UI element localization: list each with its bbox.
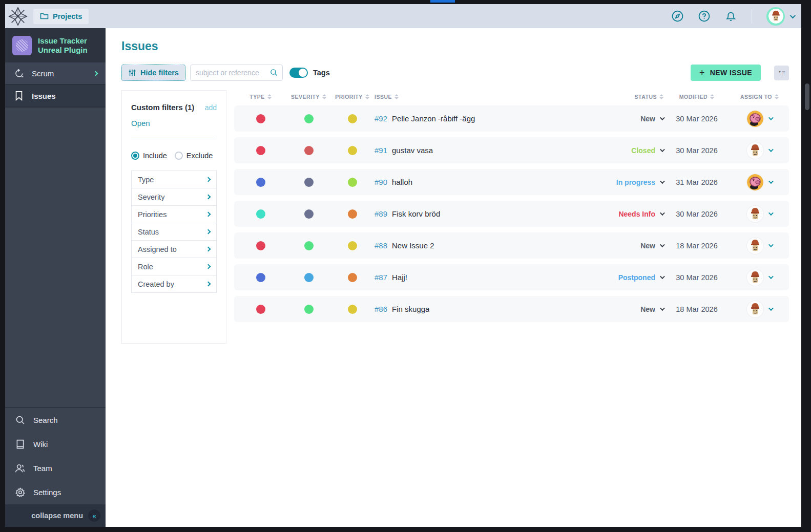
assignee-avatar[interactable] <box>747 269 763 286</box>
column-header-priority[interactable]: PRIORITY <box>330 94 374 100</box>
help-icon[interactable] <box>697 10 711 23</box>
severity-dot[interactable] <box>304 273 314 282</box>
collapse-menu-button[interactable]: collapse menu « <box>5 504 106 527</box>
include-label[interactable]: Include <box>143 152 167 160</box>
assignee-avatar[interactable] <box>747 142 763 159</box>
priority-dot[interactable] <box>348 146 357 155</box>
search-icon[interactable] <box>269 68 278 79</box>
filter-category-status[interactable]: Status <box>131 223 217 241</box>
issue-subject[interactable]: Fisk korv bröd <box>392 209 440 218</box>
assign-dropdown[interactable] <box>730 174 789 190</box>
saved-filter-open[interactable]: Open <box>131 119 217 127</box>
assign-dropdown[interactable] <box>730 111 789 127</box>
scrollbar-thumb[interactable] <box>805 83 809 110</box>
projects-button[interactable]: Projects <box>33 9 89 24</box>
priority-dot[interactable] <box>348 305 357 314</box>
assignee-avatar[interactable] <box>747 301 763 317</box>
issue-subject[interactable]: New Issue 2 <box>392 241 434 250</box>
issue-ref[interactable]: #86 <box>375 305 387 313</box>
assignee-avatar[interactable] <box>747 206 763 222</box>
column-header-issue[interactable]: ISSUE <box>374 94 587 100</box>
issue-subject[interactable]: halloh <box>392 178 412 186</box>
filter-category-priorities[interactable]: Priorities <box>131 205 217 223</box>
filter-category-created-by[interactable]: Created by <box>131 275 217 293</box>
assignee-avatar[interactable] <box>747 238 763 254</box>
severity-dot[interactable] <box>304 209 314 219</box>
assign-dropdown[interactable] <box>730 206 789 222</box>
issue-ref[interactable]: #90 <box>375 178 387 186</box>
priority-dot[interactable] <box>348 178 357 187</box>
status-dropdown[interactable]: New <box>587 242 663 250</box>
sidebar-item-wiki[interactable]: Wiki <box>5 432 106 456</box>
new-issue-button[interactable]: + NEW ISSUE <box>691 65 761 81</box>
priority-dot[interactable] <box>348 241 357 250</box>
issue-ref[interactable]: #87 <box>375 273 387 282</box>
hide-filters-button[interactable]: Hide filters <box>121 65 185 81</box>
assignee-avatar[interactable] <box>747 111 763 127</box>
issue-ref[interactable]: #92 <box>375 114 387 123</box>
type-dot[interactable] <box>256 114 265 123</box>
tags-toggle[interactable] <box>289 68 308 78</box>
type-dot[interactable] <box>256 178 265 187</box>
type-dot[interactable] <box>256 209 265 219</box>
assign-dropdown[interactable] <box>730 269 789 286</box>
type-dot[interactable] <box>256 305 265 314</box>
issue-ref[interactable]: #89 <box>375 209 387 218</box>
taiga-logo-icon[interactable] <box>8 6 28 27</box>
add-filter-link[interactable]: add <box>205 103 217 112</box>
column-header-status[interactable]: STATUS <box>587 94 663 100</box>
priority-dot[interactable] <box>348 114 357 123</box>
exclude-label[interactable]: Exclude <box>186 152 213 160</box>
status-dropdown[interactable]: Postponed <box>587 273 663 282</box>
assignee-avatar[interactable] <box>747 174 763 190</box>
sidebar-item-search[interactable]: Search <box>5 408 106 432</box>
chevron-down-icon <box>768 147 774 152</box>
column-header-assign-to[interactable]: ASSIGN TO <box>730 94 789 100</box>
filter-category-role[interactable]: Role <box>131 258 217 275</box>
bulk-add-button[interactable]: ⁺≡ <box>774 66 789 80</box>
column-header-modified[interactable]: MODIFIED <box>663 94 730 100</box>
priority-dot[interactable] <box>348 209 357 219</box>
user-avatar[interactable] <box>766 7 785 26</box>
filter-category-assigned-to[interactable]: Assigned to <box>131 240 217 258</box>
severity-dot[interactable] <box>304 241 314 250</box>
severity-dot[interactable] <box>304 146 314 155</box>
sidebar-item-settings[interactable]: Settings <box>5 480 106 504</box>
include-radio[interactable] <box>131 152 139 160</box>
assign-dropdown[interactable] <box>730 142 789 159</box>
notifications-icon[interactable] <box>724 10 737 23</box>
severity-dot[interactable] <box>304 114 314 123</box>
priority-dot[interactable] <box>348 273 357 282</box>
issue-subject[interactable]: gustav vasa <box>392 146 433 155</box>
column-header-severity[interactable]: SEVERITY <box>287 94 330 100</box>
status-dropdown[interactable]: Needs Info <box>587 210 663 218</box>
assign-dropdown[interactable] <box>730 238 789 254</box>
severity-dot[interactable] <box>304 305 314 314</box>
status-dropdown[interactable]: New <box>587 115 663 123</box>
filter-category-severity[interactable]: Severity <box>131 188 217 206</box>
user-menu[interactable] <box>766 7 794 26</box>
exclude-radio[interactable] <box>175 152 183 160</box>
column-header-type[interactable]: TYPE <box>234 94 287 100</box>
people-icon <box>14 463 26 474</box>
status-dropdown[interactable]: In progress <box>587 178 663 186</box>
compass-icon[interactable] <box>671 10 684 23</box>
issue-subject[interactable]: Fin skugga <box>392 305 429 313</box>
issue-ref[interactable]: #91 <box>375 146 387 155</box>
type-dot[interactable] <box>256 146 265 155</box>
severity-dot[interactable] <box>304 178 314 187</box>
project-header[interactable]: Issue Tracker Unreal Plugin <box>5 28 106 62</box>
issue-subject[interactable]: Hajj! <box>392 273 407 282</box>
assign-dropdown[interactable] <box>730 301 789 317</box>
search-input[interactable] <box>190 65 283 81</box>
type-dot[interactable] <box>256 241 265 250</box>
sidebar-item-scrum[interactable]: Scrum <box>5 62 106 85</box>
issue-subject[interactable]: Pelle Janzon -råbiff -ägg <box>392 114 475 123</box>
status-dropdown[interactable]: Closed <box>587 146 663 155</box>
filter-category-type[interactable]: Type <box>131 171 217 188</box>
sidebar-item-issues[interactable]: Issues <box>5 85 106 108</box>
issue-ref[interactable]: #88 <box>375 241 387 250</box>
status-dropdown[interactable]: New <box>587 305 663 313</box>
sidebar-item-team[interactable]: Team <box>5 456 106 480</box>
type-dot[interactable] <box>256 273 265 282</box>
